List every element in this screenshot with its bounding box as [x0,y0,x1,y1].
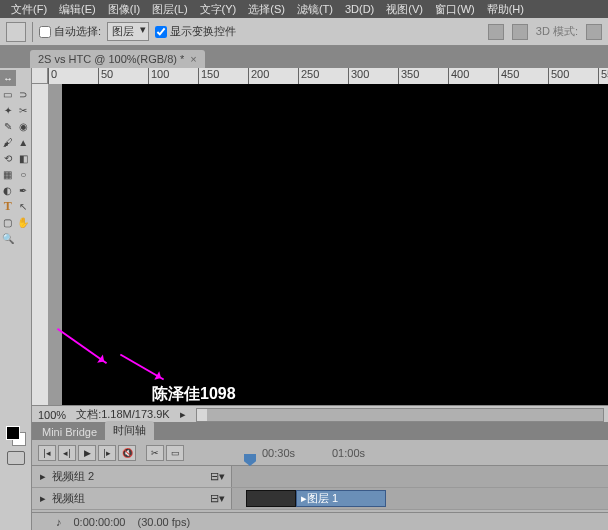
current-time[interactable]: 0:00:00:00 [74,516,126,528]
expand-icon[interactable]: ▸ [38,492,48,505]
menu-filter[interactable]: 滤镜(T) [292,2,338,17]
align-icon-2[interactable] [512,24,528,40]
tool-preset-picker[interactable] [6,22,26,42]
track-label: 视频组 2 [52,469,94,484]
menu-image[interactable]: 图像(I) [103,2,145,17]
prev-frame-button[interactable]: ◂| [58,445,76,461]
stamp-tool[interactable]: ▲ [16,134,32,150]
color-swatch[interactable] [6,426,26,446]
document-tab-bar: 2S vs HTC @ 100%(RGB/8) * × [0,46,608,68]
options-bar: 自动选择: 图层 显示变换控件 3D 模式: [0,18,608,46]
gradient-tool[interactable]: ▦ [0,166,16,182]
show-transform-label: 显示变换控件 [170,24,236,39]
quick-mask-toggle[interactable] [7,451,25,465]
menu-type[interactable]: 文字(Y) [195,2,242,17]
menu-3d[interactable]: 3D(D) [340,3,379,15]
auto-select-label: 自动选择: [54,24,101,39]
eyedropper-tool[interactable]: ✎ [0,118,16,134]
clip-label: 图层 1 [307,491,338,506]
menu-bar: 文件(F) 编辑(E) 图像(I) 图层(L) 文字(Y) 选择(S) 滤镜(T… [0,0,608,18]
toolbox: ↔ ▭⊃ ✦✂ ✎◉ 🖌▲ ⟲◧ ▦○ ◐✒ T↖ ▢✋ 🔍 [0,68,32,423]
wand-tool[interactable]: ✦ [0,102,16,118]
healing-tool[interactable]: ◉ [16,118,32,134]
move-tool[interactable]: ↔ [0,70,16,86]
menu-layer[interactable]: 图层(L) [147,2,192,17]
text-tool[interactable]: T [0,198,16,214]
menu-select[interactable]: 选择(S) [243,2,290,17]
horizontal-scrollbar[interactable] [196,408,604,422]
next-frame-button[interactable]: |▸ [98,445,116,461]
ruler-origin[interactable] [32,68,48,84]
pen-tool[interactable]: ✒ [16,182,32,198]
close-icon[interactable]: × [190,53,196,65]
clip-layer-1[interactable]: ▸ 图层 1 [296,490,386,507]
menu-view[interactable]: 视图(V) [381,2,428,17]
track-video-group[interactable]: ▸ 视频组 ⊟▾ ▸ 图层 1 [32,488,608,510]
audio-toggle-button[interactable]: 🔇 [118,445,136,461]
menu-window[interactable]: 窗口(W) [430,2,480,17]
auto-select-dropdown[interactable]: 图层 [107,22,149,41]
path-tool[interactable]: ↖ [16,198,32,214]
brush-tool[interactable]: 🖌 [0,134,16,150]
panel-tabs: Mini Bridge 时间轴 [32,422,608,440]
show-transform-checkbox[interactable]: 显示变换控件 [155,24,236,39]
play-button[interactable]: ▶ [78,445,96,461]
menu-edit[interactable]: 编辑(E) [54,2,101,17]
clip-dark[interactable] [246,490,296,507]
dodge-tool[interactable]: ◐ [0,182,16,198]
timeline-controls: |◂ ◂| ▶ |▸ 🔇 ✂ ▭ 00:30s 01:00s [32,440,608,466]
canvas[interactable]: 陈泽佳1098 [62,84,608,423]
track-menu-icon[interactable]: ⊟▾ [210,492,225,505]
blur-tool[interactable]: ○ [16,166,32,182]
auto-select-checkbox[interactable]: 自动选择: [39,24,101,39]
ruler-vertical[interactable] [32,84,48,423]
split-clip-button[interactable]: ✂ [146,445,164,461]
document-info[interactable]: 文档:1.18M/173.9K [76,407,170,422]
marquee-tool[interactable]: ▭ [0,86,16,102]
canvas-area: 050100150200250300350400450500550 陈泽佳109… [32,68,608,423]
zoom-tool[interactable]: 🔍 [0,230,16,246]
hand-tool[interactable]: ✋ [16,214,32,230]
align-icon-1[interactable] [488,24,504,40]
toolbox-bottom [0,420,32,530]
timeline-footer: ♪ 0:00:00:00 (30.00 fps) [32,512,608,530]
menu-file[interactable]: 文件(F) [6,2,52,17]
document-tab-title: 2S vs HTC @ 100%(RGB/8) * [38,53,184,65]
foreground-color[interactable] [6,426,20,440]
canvas-text-layer[interactable]: 陈泽佳1098 [152,384,236,405]
expand-icon[interactable]: ▸ [38,470,48,483]
menu-help[interactable]: 帮助(H) [482,2,529,17]
shape-tool[interactable]: ▢ [0,214,16,230]
info-chevron-icon[interactable]: ▸ [180,408,186,421]
track-menu-icon[interactable]: ⊟▾ [210,470,225,483]
tab-mini-bridge[interactable]: Mini Bridge [34,424,105,440]
eraser-tool[interactable]: ◧ [16,150,32,166]
goto-first-frame-button[interactable]: |◂ [38,445,56,461]
mode-3d-label: 3D 模式: [536,24,578,39]
transition-button[interactable]: ▭ [166,445,184,461]
document-tab[interactable]: 2S vs HTC @ 100%(RGB/8) * × [30,50,205,68]
history-brush-tool[interactable]: ⟲ [0,150,16,166]
track-video-group-2[interactable]: ▸ 视频组 2 ⊟▾ [32,466,608,488]
ruler-horizontal[interactable]: 050100150200250300350400450500550 [48,68,608,84]
fps-display: (30.00 fps) [138,516,191,528]
timeline-ruler[interactable]: 00:30s 01:00s [232,440,608,466]
mode-3d-icon[interactable] [586,24,602,40]
zoom-level[interactable]: 100% [38,409,66,421]
track-label: 视频组 [52,491,85,506]
crop-tool[interactable]: ✂ [16,102,32,118]
timeline-panel: |◂ ◂| ▶ |▸ 🔇 ✂ ▭ 00:30s 01:00s ▸ 视频组 2 ⊟… [32,440,608,530]
lasso-tool[interactable]: ⊃ [16,86,32,102]
tab-timeline[interactable]: 时间轴 [105,421,154,440]
audio-track-icon[interactable]: ♪ [56,516,62,528]
